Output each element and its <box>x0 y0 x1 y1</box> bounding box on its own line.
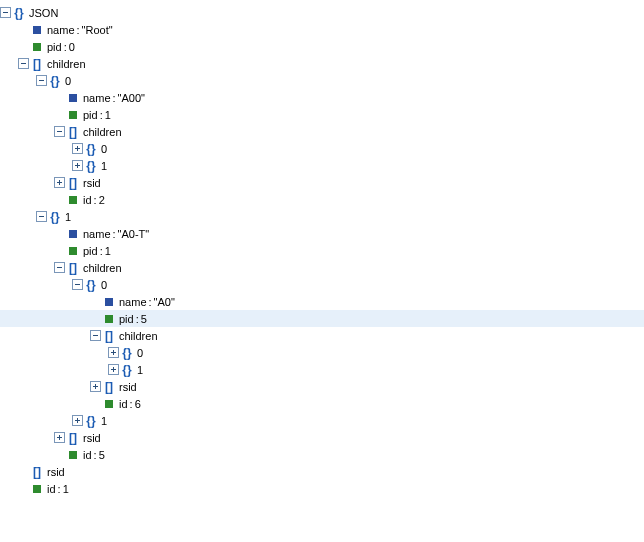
key-children[interactable]: children <box>83 262 122 274</box>
array-icon: [] <box>67 262 79 274</box>
string-icon <box>67 92 79 104</box>
key-children[interactable]: children <box>83 126 122 138</box>
key-rsid[interactable]: rsid <box>119 381 137 393</box>
node-label[interactable]: JSON <box>29 7 58 19</box>
object-icon: {} <box>49 75 61 87</box>
object-icon: {} <box>85 415 97 427</box>
string-icon <box>67 228 79 240</box>
key-id[interactable]: id <box>119 398 128 410</box>
key-name[interactable]: name <box>83 92 111 104</box>
key-rsid[interactable]: rsid <box>83 432 101 444</box>
object-icon: {} <box>49 211 61 223</box>
object-icon: {} <box>85 279 97 291</box>
node-label[interactable]: 0 <box>101 143 107 155</box>
key-pid[interactable]: pid <box>83 109 98 121</box>
value[interactable]: "A00" <box>118 92 145 104</box>
number-icon <box>103 313 115 325</box>
key-name[interactable]: name <box>47 24 75 36</box>
selected-row[interactable]: pid: 5 <box>0 310 644 327</box>
key-name[interactable]: name <box>119 296 147 308</box>
number-icon <box>31 41 43 53</box>
collapse-icon[interactable] <box>54 126 65 137</box>
array-icon: [] <box>67 432 79 444</box>
collapse-icon[interactable] <box>0 7 11 18</box>
key-pid[interactable]: pid <box>47 41 62 53</box>
json-tree: {} JSON name: "Root" pid: 0 [] children … <box>0 0 644 505</box>
node-label[interactable]: 1 <box>137 364 143 376</box>
key-children[interactable]: children <box>47 58 86 70</box>
key-id[interactable]: id <box>83 194 92 206</box>
key-pid[interactable]: pid <box>119 313 134 325</box>
number-icon <box>31 483 43 495</box>
node-label[interactable]: 0 <box>101 279 107 291</box>
expand-icon[interactable] <box>54 432 65 443</box>
object-icon: {} <box>121 347 133 359</box>
number-icon <box>67 109 79 121</box>
expand-icon[interactable] <box>90 381 101 392</box>
node-label[interactable]: 0 <box>137 347 143 359</box>
collapse-icon[interactable] <box>36 75 47 86</box>
expand-icon[interactable] <box>72 160 83 171</box>
value[interactable]: 5 <box>99 449 105 461</box>
node-label[interactable]: 1 <box>65 211 71 223</box>
value[interactable]: "A0-T" <box>118 228 150 240</box>
object-icon: {} <box>13 7 25 19</box>
array-icon: [] <box>67 177 79 189</box>
key-rsid[interactable]: rsid <box>47 466 65 478</box>
value[interactable]: 0 <box>69 41 75 53</box>
value[interactable]: "A0" <box>154 296 175 308</box>
value[interactable]: 1 <box>105 245 111 257</box>
collapse-icon[interactable] <box>18 58 29 69</box>
object-icon: {} <box>85 160 97 172</box>
expand-icon[interactable] <box>72 415 83 426</box>
object-icon: {} <box>85 143 97 155</box>
number-icon <box>67 194 79 206</box>
number-icon <box>103 398 115 410</box>
number-icon <box>67 449 79 461</box>
value[interactable]: 2 <box>99 194 105 206</box>
array-icon: [] <box>31 58 43 70</box>
collapse-icon[interactable] <box>36 211 47 222</box>
key-rsid[interactable]: rsid <box>83 177 101 189</box>
node-label[interactable]: 1 <box>101 160 107 172</box>
number-icon <box>67 245 79 257</box>
string-icon <box>103 296 115 308</box>
collapse-icon[interactable] <box>72 279 83 290</box>
key-id[interactable]: id <box>83 449 92 461</box>
value[interactable]: 1 <box>63 483 69 495</box>
collapse-icon[interactable] <box>90 330 101 341</box>
array-icon: [] <box>103 381 115 393</box>
expand-icon[interactable] <box>108 347 119 358</box>
value[interactable]: "Root" <box>82 24 113 36</box>
expand-icon[interactable] <box>54 177 65 188</box>
value[interactable]: 5 <box>141 313 147 325</box>
array-icon: [] <box>67 126 79 138</box>
node-label[interactable]: 0 <box>65 75 71 87</box>
array-icon: [] <box>103 330 115 342</box>
array-icon: [] <box>31 466 43 478</box>
key-id[interactable]: id <box>47 483 56 495</box>
node-label[interactable]: 1 <box>101 415 107 427</box>
value[interactable]: 6 <box>135 398 141 410</box>
collapse-icon[interactable] <box>54 262 65 273</box>
key-pid[interactable]: pid <box>83 245 98 257</box>
expand-icon[interactable] <box>108 364 119 375</box>
expand-icon[interactable] <box>72 143 83 154</box>
value[interactable]: 1 <box>105 109 111 121</box>
key-name[interactable]: name <box>83 228 111 240</box>
string-icon <box>31 24 43 36</box>
key-children[interactable]: children <box>119 330 158 342</box>
object-icon: {} <box>121 364 133 376</box>
